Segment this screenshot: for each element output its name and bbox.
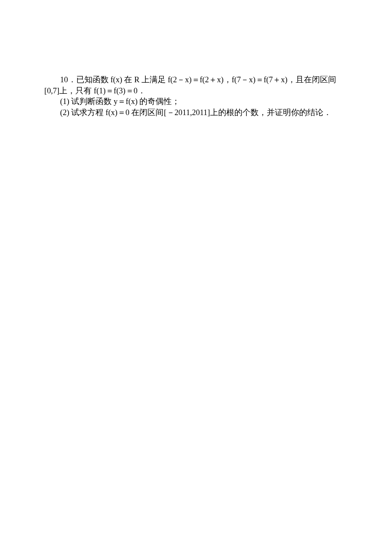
- problem-block: 10．已知函数 f(x) 在 R 上满足 f(2－x)＝f(2＋x)，f(7－x…: [44, 75, 351, 118]
- problem-q1: (1) 试判断函数 y＝f(x) 的奇偶性；: [44, 96, 351, 107]
- problem-q2: (2) 试求方程 f(x)＝0 在闭区间[－2011,2011]上的根的个数，并…: [44, 107, 351, 119]
- problem-line-1: 10．已知函数 f(x) 在 R 上满足 f(2－x)＝f(2＋x)，f(7－x…: [44, 75, 351, 86]
- problem-line-2: [0,7]上，只有 f(1)＝f(3)＝0．: [44, 86, 351, 97]
